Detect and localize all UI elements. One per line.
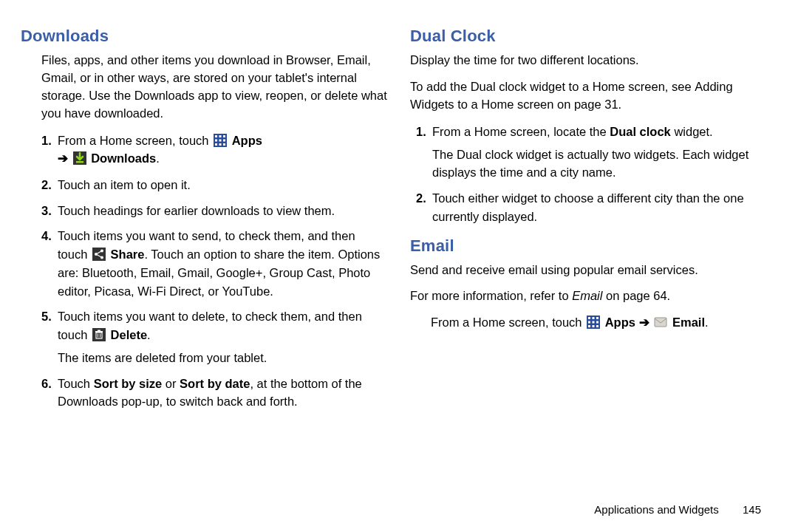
svg-rect-9 <box>223 143 225 146</box>
email-path: From a Home screen, touch Apps ➔ Email. <box>431 314 777 332</box>
arrow-icon: ➔ <box>58 151 68 166</box>
step-4: 4. Touch items you want to send, to chec… <box>41 227 388 300</box>
svg-rect-28 <box>596 321 598 324</box>
downloads-steps: 1. From a Home screen, touch Apps ➔ Down… <box>41 132 388 412</box>
dual-clock-steps: 1. From a Home screen, locate the Dual c… <box>416 123 777 226</box>
step-5: 5. Touch items you want to delete, to ch… <box>41 307 388 366</box>
dual-step-1: 1. From a Home screen, locate the Dual c… <box>416 123 777 182</box>
svg-rect-12 <box>92 248 106 261</box>
step-2: 2.Touch an item to open it. <box>41 176 388 194</box>
svg-rect-31 <box>596 325 598 327</box>
intro-email: Send and receive email using popular ema… <box>410 262 777 279</box>
share-icon <box>92 248 106 261</box>
page-footer: Applications and Widgets 145 <box>594 503 761 516</box>
apps-grid-icon <box>214 134 227 147</box>
svg-rect-1 <box>215 135 217 137</box>
svg-rect-18 <box>95 331 103 332</box>
svg-rect-19 <box>98 330 100 332</box>
step-6: 6. Touch Sort by size or Sort by date, a… <box>41 375 388 412</box>
svg-rect-26 <box>588 321 590 324</box>
svg-rect-32 <box>655 318 666 327</box>
dual-step-2: 2.Touch either widget to choose a differ… <box>416 189 777 226</box>
svg-rect-6 <box>223 139 225 141</box>
svg-rect-27 <box>593 321 595 324</box>
intro-dual-clock: Display the time for two different locat… <box>410 52 777 69</box>
download-icon <box>73 151 86 165</box>
svg-rect-8 <box>219 143 222 146</box>
svg-rect-5 <box>219 139 222 141</box>
heading-dual-clock: Dual Clock <box>410 27 777 46</box>
svg-rect-11 <box>76 161 83 163</box>
apps-grid-icon <box>587 316 600 329</box>
svg-rect-3 <box>223 135 225 137</box>
step-3: 3.Touch headings for earlier downloads t… <box>41 202 388 220</box>
svg-rect-23 <box>588 317 590 319</box>
step-1: 1. From a Home screen, touch Apps ➔ Down… <box>41 132 388 168</box>
section-name: Applications and Widgets <box>594 503 718 516</box>
heading-email: Email <box>410 236 777 256</box>
svg-rect-7 <box>215 143 217 146</box>
dual-clock-xref: To add the Dual clock widget to a Home s… <box>410 78 777 114</box>
heading-downloads: Downloads <box>21 27 388 46</box>
email-icon <box>654 316 667 329</box>
left-column: Downloads Files, apps, and other items y… <box>21 27 388 418</box>
trash-icon <box>92 328 106 341</box>
svg-rect-30 <box>593 325 595 327</box>
svg-rect-24 <box>593 317 595 319</box>
intro-downloads: Files, apps, and other items you downloa… <box>41 52 388 123</box>
right-column: Dual Clock Display the time for two diff… <box>410 27 777 418</box>
svg-rect-2 <box>219 135 222 137</box>
svg-rect-29 <box>588 325 590 327</box>
page-number: 145 <box>743 503 761 516</box>
svg-rect-4 <box>215 139 217 141</box>
svg-rect-25 <box>596 317 598 319</box>
email-xref: For more information, refer to Email on … <box>410 287 777 305</box>
